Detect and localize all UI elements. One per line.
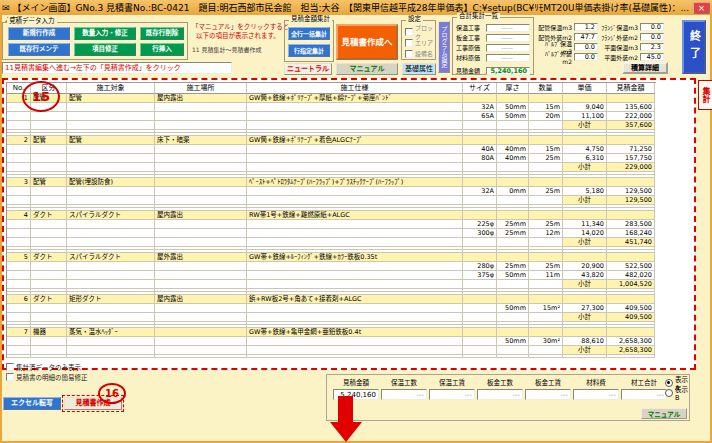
table-cell[interactable] <box>67 238 155 247</box>
table-cell[interactable] <box>155 280 247 289</box>
table-cell[interactable] <box>7 121 31 130</box>
table-row-detail[interactable]: 50mm30m²88,6102,658,300 <box>7 337 656 346</box>
exit-button[interactable]: 終了 <box>682 20 706 74</box>
table-cell[interactable]: 小計 <box>563 196 607 205</box>
table-cell[interactable] <box>7 238 31 247</box>
table-row-main[interactable]: 6ダクト矩形ダクト屋内露出鋲+RW板2号+角あて+接着剤+ALGC <box>7 295 656 304</box>
table-row-detail[interactable]: 32A0mm25m5,180129,500 <box>7 187 656 196</box>
table-cell[interactable] <box>607 253 655 262</box>
table-cell[interactable] <box>463 304 497 313</box>
table-cell[interactable] <box>155 346 247 355</box>
footer-checkbox-2[interactable] <box>6 373 14 381</box>
table-cell[interactable]: GW筒+鉄線+ﾎﾟﾘﾃｰﾌﾟ+厚紙+綿ﾃｰﾌﾟ+菊座ﾊﾞﾝﾄﾞ <box>247 94 463 103</box>
table-cell[interactable]: 12m <box>529 229 563 238</box>
table-cell[interactable] <box>563 178 607 187</box>
table-cell[interactable]: 88,610 <box>563 337 607 346</box>
table-cell[interactable] <box>7 196 31 205</box>
table-cell[interactable] <box>463 280 497 289</box>
display-radio-1[interactable] <box>665 379 673 387</box>
table-cell[interactable] <box>31 355 67 358</box>
table-cell[interactable] <box>155 112 247 121</box>
table-cell[interactable]: 屋内露出 <box>155 211 247 220</box>
table-cell[interactable]: 357,600 <box>607 121 655 130</box>
table-cell[interactable]: 小計 <box>563 238 607 247</box>
table-cell[interactable] <box>67 112 155 121</box>
table-cell[interactable] <box>67 187 155 196</box>
table-cell[interactable] <box>31 337 67 346</box>
table-cell[interactable]: ﾍﾟｰｽﾄ+ﾍﾟﾄﾛﾗﾀﾑﾃｰﾌﾟ(ﾊｰﾌﾗｯﾌﾟ)+ﾌﾟﾗｽﾁｯｸﾃｰﾌﾟ(ﾊ… <box>247 178 463 187</box>
table-cell[interactable] <box>7 145 31 154</box>
table-cell[interactable] <box>247 304 463 313</box>
calc-detail-button[interactable]: 積算詳細 <box>622 62 668 74</box>
table-row-detail[interactable]: 65A50mm20m11,100222,000 <box>7 112 656 121</box>
table-cell[interactable]: ダクト <box>31 295 67 304</box>
table-cell[interactable]: 129,500 <box>607 187 655 196</box>
table-cell[interactable] <box>497 163 529 172</box>
table-cell[interactable] <box>67 304 155 313</box>
table-cell[interactable] <box>497 121 529 130</box>
input-button-5[interactable]: 既存行削除 <box>140 27 184 40</box>
table-cell[interactable]: 小計 <box>563 121 607 130</box>
table-cell[interactable]: 矩形ダクト <box>67 295 155 304</box>
table-cell[interactable]: 300φ <box>463 229 497 238</box>
table-cell[interactable] <box>497 94 529 103</box>
table-cell[interactable]: 43,820 <box>563 271 607 280</box>
table-cell[interactable] <box>247 121 463 130</box>
input-button-3[interactable]: 数量入力・修正 <box>74 27 136 40</box>
table-cell[interactable] <box>155 154 247 163</box>
table-cell[interactable] <box>497 280 529 289</box>
input-button-6[interactable]: 行挿入 <box>140 43 184 56</box>
display-radio-2[interactable] <box>665 389 673 397</box>
table-cell[interactable]: 71,250 <box>607 145 655 154</box>
table-cell[interactable]: ダクト <box>31 211 67 220</box>
table-cell[interactable] <box>67 163 155 172</box>
table-cell[interactable]: 配管 <box>67 94 155 103</box>
table-cell[interactable] <box>247 262 463 271</box>
table-cell[interactable] <box>31 280 67 289</box>
table-cell[interactable] <box>31 187 67 196</box>
table-cell[interactable]: 0mm <box>497 187 529 196</box>
table-cell[interactable] <box>31 304 67 313</box>
table-cell[interactable]: 屋内露出 <box>155 295 247 304</box>
table-cell[interactable] <box>529 253 563 262</box>
table-cell[interactable] <box>607 178 655 187</box>
table-cell[interactable] <box>463 94 497 103</box>
table-cell[interactable]: 65A <box>463 112 497 121</box>
table-row-main[interactable]: 1配管配管屋内露出GW筒+鉄線+ﾎﾟﾘﾃｰﾌﾟ+厚紙+綿ﾃｰﾌﾟ+菊座ﾊﾞﾝﾄﾞ <box>7 94 656 103</box>
table-cell[interactable] <box>67 121 155 130</box>
table-cell[interactable]: 1,004,520 <box>607 280 655 289</box>
table-cell[interactable]: 27,300 <box>563 304 607 313</box>
table-cell[interactable] <box>155 163 247 172</box>
table-cell[interactable] <box>247 238 463 247</box>
table-cell[interactable] <box>463 238 497 247</box>
table-cell[interactable]: GW帯+鉄線+亀甲金網+亜鉛鉄板0.4t <box>247 328 463 337</box>
table-cell[interactable] <box>463 178 497 187</box>
table-cell[interactable] <box>155 304 247 313</box>
table-cell[interactable] <box>497 238 529 247</box>
program-settings-button[interactable]: プログラム設定 <box>438 21 450 73</box>
table-cell[interactable] <box>31 196 67 205</box>
table-cell[interactable] <box>247 220 463 229</box>
excel-export-button[interactable]: エクセル転写 <box>3 397 61 410</box>
table-cell[interactable] <box>155 229 247 238</box>
table-cell[interactable] <box>155 271 247 280</box>
table-cell[interactable]: 7 <box>7 328 31 337</box>
table-cell[interactable]: 50mm <box>497 103 529 112</box>
table-cell[interactable]: 15m <box>529 145 563 154</box>
table-cell[interactable] <box>155 220 247 229</box>
table-cell[interactable]: 14,020 <box>563 229 607 238</box>
table-cell[interactable] <box>67 355 155 358</box>
table-cell[interactable] <box>31 220 67 229</box>
table-cell[interactable] <box>529 355 563 358</box>
table-row-detail[interactable]: 225φ25mm25m11,340283,500 <box>7 220 656 229</box>
table-cell[interactable] <box>247 229 463 238</box>
table-cell[interactable]: 屋内露出 <box>155 94 247 103</box>
table-cell[interactable] <box>247 346 463 355</box>
table-cell[interactable]: 157,750 <box>607 154 655 163</box>
table-cell[interactable]: 20m <box>529 112 563 121</box>
table-row-detail[interactable]: 40A40mm15m4,75071,250 <box>7 145 656 154</box>
table-cell[interactable] <box>563 328 607 337</box>
manual-mode-button[interactable]: マニュアル <box>336 63 398 75</box>
table-row-main[interactable]: 2配管配管床下・暗渠GW筒+鉄線+ﾎﾟﾘﾃｰﾌﾟ+着色ALGCﾃｰﾌﾟ <box>7 136 656 145</box>
table-cell[interactable] <box>529 121 563 130</box>
